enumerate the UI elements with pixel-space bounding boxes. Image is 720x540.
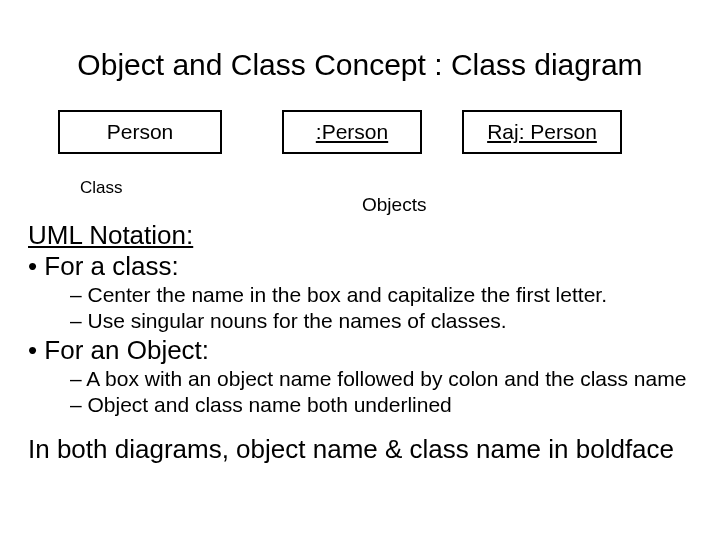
bullet-for-object: For an Object: (28, 335, 692, 366)
objects-label: Objects (362, 194, 426, 216)
uml-notation-heading: UML Notation: (28, 220, 692, 251)
bullet-class-sub-2: Use singular nouns for the names of clas… (28, 308, 692, 334)
uml-boxes-row: Person :Person Raj: Person (0, 110, 720, 154)
bullet-class-sub-1: Center the name in the box and capitaliz… (28, 282, 692, 308)
uml-class-box: Person (58, 110, 222, 154)
bullet-for-class: For a class: (28, 251, 692, 282)
class-label: Class (80, 178, 123, 198)
labels-row: Class Objects (0, 154, 720, 192)
bullet-object-sub-1: A box with an object name followed by co… (28, 366, 692, 392)
uml-object-box-named: Raj: Person (462, 110, 622, 154)
content-area: UML Notation: For a class: Center the na… (0, 220, 720, 465)
slide-title: Object and Class Concept : Class diagram (0, 0, 720, 110)
footer-text: In both diagrams, object name & class na… (28, 434, 692, 465)
bullet-object-sub-2: Object and class name both underlined (28, 392, 692, 418)
uml-object-box-anonymous: :Person (282, 110, 422, 154)
